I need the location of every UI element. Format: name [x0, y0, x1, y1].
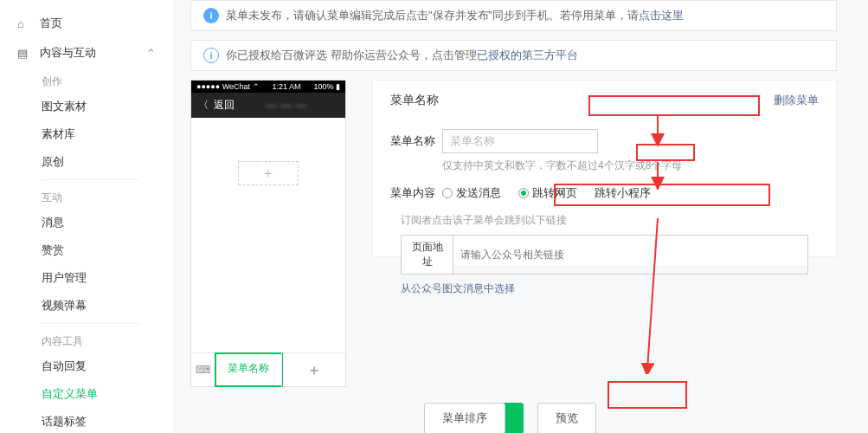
preview-button[interactable]: 预览: [537, 403, 596, 433]
opt-label: 发送消息: [456, 185, 501, 201]
content-icon: ▤: [17, 47, 33, 60]
delete-menu-link[interactable]: 删除菜单: [774, 93, 819, 108]
carrier: ●●●●● WeChat ⌃: [196, 82, 260, 91]
main-content: i 菜单未发布，请确认菜单编辑完成后点击"保存并发布"同步到手机。若停用菜单，请…: [173, 0, 868, 433]
group-tools: 内容工具: [0, 327, 173, 352]
sidebar-item-autoreply[interactable]: 自动回复: [0, 352, 173, 380]
sidebar-section-content[interactable]: ▤ 内容与互动 ⌃: [0, 38, 173, 68]
group-create: 创作: [0, 68, 173, 93]
home-label: 首页: [40, 16, 62, 31]
phone-statusbar: ●●●●● WeChat ⌃ 1:21 AM 100% ▮: [191, 81, 345, 93]
name-hint: 仅支持中英文和数字，字数不超过4个汉字或8个字母: [442, 158, 819, 173]
form-title: 菜单名称: [390, 93, 439, 108]
plus-icon: ＋: [238, 161, 299, 185]
pick-article-link[interactable]: 从公众号图文消息中选择: [401, 281, 819, 296]
sidebar-item-custommenu[interactable]: 自定义菜单: [0, 380, 173, 408]
menu-name-input[interactable]: [442, 129, 598, 153]
sidebar-item-home[interactable]: ⌂ 首页: [0, 9, 173, 38]
tip-auth: i 你已授权给百微评选 帮助你运营公众号，点击管理 已授权的第三方平台: [190, 40, 837, 71]
url-row: 页面地址: [401, 235, 808, 275]
home-icon: ⌂: [17, 17, 33, 30]
info-icon: i: [203, 8, 219, 23]
sidebar-item-articles[interactable]: 图文素材: [0, 93, 173, 120]
phone-body: ＋: [191, 118, 345, 352]
battery: 100% ▮: [313, 82, 340, 91]
reorder-button[interactable]: 菜单排序: [424, 403, 505, 433]
name-label: 菜单名称: [390, 133, 442, 149]
sidebar-item-topics[interactable]: 话题标签: [0, 408, 173, 433]
url-label: 页面地址: [402, 236, 453, 274]
chevron-up-icon: ⌃: [146, 47, 156, 60]
content-label: 菜单内容: [390, 185, 442, 201]
sidebar-item-reward[interactable]: 赞赏: [0, 236, 173, 264]
keyboard-icon[interactable]: ⌨: [191, 353, 215, 386]
time: 1:21 AM: [272, 82, 300, 91]
add-menu-tab[interactable]: ＋: [281, 352, 347, 387]
phone-header: 〈 返回 — — —: [191, 93, 345, 118]
menu-form: 菜单名称 删除菜单 菜单名称 仅支持中英文和数字，字数不超过4个汉字或8个字母 …: [372, 80, 837, 257]
opt-label: 跳转小程序: [595, 185, 651, 201]
sidebar: ⌂ 首页 ▤ 内容与互动 ⌃ 创作 图文素材 素材库 原创 互动 消息 赞赏 用…: [0, 0, 173, 433]
sidebar-item-original[interactable]: 原创: [0, 148, 173, 176]
section-label: 内容与互动: [40, 45, 96, 61]
divider: [42, 179, 138, 180]
sidebar-item-danmu[interactable]: 视频弹幕: [0, 292, 173, 320]
tip-text: 菜单未发布，请确认菜单编辑完成后点击"保存并发布"同步到手机。若停用菜单，请: [226, 8, 639, 23]
phone-title: — — —: [266, 100, 307, 112]
radio-miniprogram[interactable]: 跳转小程序: [595, 185, 651, 201]
opt-label: 跳转网页: [532, 185, 577, 201]
back-icon: 〈: [198, 98, 209, 113]
url-note: 订阅者点击该子菜单会跳到以下链接: [401, 213, 819, 228]
divider: [42, 323, 138, 324]
menu-tab-active[interactable]: 菜单名称: [215, 352, 283, 387]
phone-preview: ●●●●● WeChat ⌃ 1:21 AM 100% ▮ 〈 返回 — — —…: [190, 80, 346, 387]
tip-unpublished: i 菜单未发布，请确认菜单编辑完成后点击"保存并发布"同步到手机。若停用菜单，请…: [190, 0, 837, 31]
info-icon: i: [203, 48, 219, 63]
url-input[interactable]: [453, 244, 807, 265]
add-submenu[interactable]: ＋: [191, 161, 345, 185]
radio-jump-url[interactable]: 跳转网页: [518, 185, 577, 201]
sidebar-item-users[interactable]: 用户管理: [0, 264, 173, 292]
group-interact: 互动: [0, 184, 173, 209]
back-label: 返回: [214, 98, 235, 113]
footer-actions: 菜单排序 保存并发布 预览: [190, 403, 837, 433]
sidebar-item-assets[interactable]: 素材库: [0, 120, 173, 148]
tip-disable-link[interactable]: 点击这里: [639, 8, 684, 23]
radio-send-message[interactable]: 发送消息: [442, 185, 501, 201]
tip-auth-text: 你已授权给百微评选 帮助你运营公众号，点击管理: [226, 48, 477, 63]
sidebar-item-messages[interactable]: 消息: [0, 209, 173, 236]
tip-auth-link[interactable]: 已授权的第三方平台: [477, 48, 578, 63]
